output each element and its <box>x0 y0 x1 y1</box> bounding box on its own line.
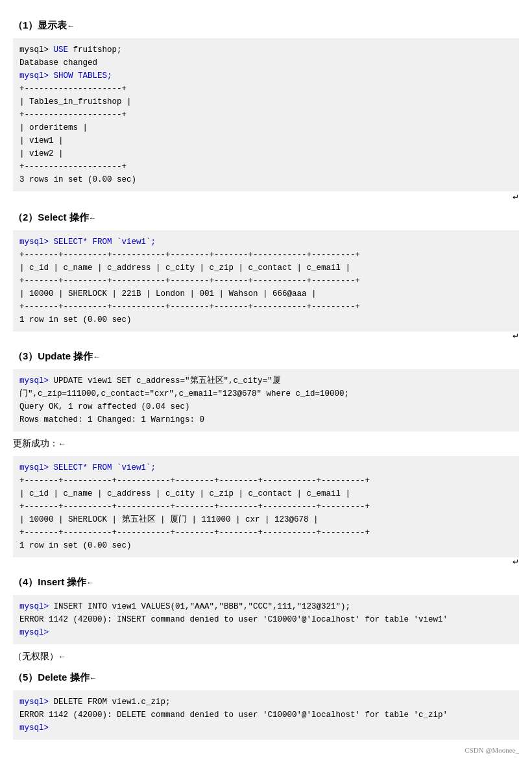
section-1-return-arrow: ↵ <box>13 193 519 202</box>
select-header: | c_id | c_name | c_address | c_city | c… <box>19 263 350 273</box>
section-1-prefix: （1） <box>13 19 38 30</box>
section-5-arrow: ← <box>90 674 97 683</box>
section-2-prefix: （2） <box>13 212 38 223</box>
select-border-top: +-------+---------+-----------+--------+… <box>19 250 360 260</box>
section-4-arrow: ← <box>86 578 94 587</box>
show-tables-code-block: mysql> USE fruitshop; Database changed m… <box>13 38 519 191</box>
result-line: 3 rows in set (0.00 sec) <box>19 175 136 184</box>
update-result-1: Query OK, 1 row affected (0.04 sec) <box>19 402 190 411</box>
select-border-bot: +-------+---------+-----------+--------+… <box>19 302 360 311</box>
section-show-tables: （1）显示表← mysql> USE fruitshop; Database c… <box>13 19 519 202</box>
select-code-block: mysql> SELECT* FROM `view1`; +-------+--… <box>13 230 519 332</box>
insert-no-permission-note: （无权限）← <box>13 651 519 662</box>
insert-command: mysql> INSERT INTO view1 VALUES(01,"AAA"… <box>19 602 350 611</box>
section-2-return-arrow: ↵ <box>13 332 519 341</box>
insert-prompt: mysql> <box>19 628 49 637</box>
table-row-1: | orderitems | <box>19 123 88 132</box>
insert-code-block: mysql> INSERT INTO view1 VALUES(01,"AAA"… <box>13 595 519 644</box>
watermark: CSDN @Moonee_ <box>13 746 519 754</box>
section-4-title: （4）Insert 操作← <box>13 576 519 589</box>
table-header: | Tables_in_fruitshop | <box>19 97 132 106</box>
section-5-title: （5）Delete 操作← <box>13 672 519 684</box>
section-1-arrow: ← <box>67 21 75 30</box>
section-insert: （4）Insert 操作← mysql> INSERT INTO view1 V… <box>13 576 519 662</box>
table-row-3: | view2 | <box>19 149 64 158</box>
update-select-border-top: +-------+----------+-----------+--------… <box>19 476 370 485</box>
table-border-top: +--------------------+ <box>19 84 127 93</box>
section-5-prefix: （5） <box>13 672 38 683</box>
section-3-prefix: （3） <box>13 350 38 361</box>
section-delete: （5）Delete 操作← mysql> DELETE FROM view1.c… <box>13 672 519 740</box>
code-line-1: mysql> USE fruitshop; <box>19 45 122 55</box>
delete-error: ERROR 1142 (42000): DELETE command denie… <box>19 710 448 720</box>
delete-prompt: mysql> <box>19 723 49 733</box>
section-3-return-arrow: ↵ <box>13 557 519 567</box>
section-3-bold: Update 操作 <box>38 350 93 361</box>
section-4-bold: Insert 操作 <box>38 576 86 587</box>
section-2-bold: Select 操作 <box>38 212 88 223</box>
section-2-arrow: ← <box>89 213 97 223</box>
update-select-border-bot: +-------+----------+-----------+--------… <box>19 528 370 537</box>
update-select-result: 1 row in set (0.00 sec) <box>19 541 132 550</box>
update-code-block: mysql> UPDATE view1 SET c_address="第五社区"… <box>13 369 519 431</box>
section-3-title: （3）Update 操作← <box>13 350 519 363</box>
update-select-code-block: mysql> SELECT* FROM `view1`; +-------+--… <box>13 456 519 557</box>
section-select: （2）Select 操作← mysql> SELECT* FROM `view1… <box>13 212 519 341</box>
insert-error: ERROR 1142 (42000): INSERT command denie… <box>19 615 448 624</box>
select-command: mysql> SELECT* FROM `view1`; <box>19 237 156 247</box>
section-2-title: （2）Select 操作← <box>13 212 519 224</box>
update-success-note: 更新成功：← <box>13 438 519 450</box>
select-row-1: | 10000 | SHERLOCK | 221B | London | 001… <box>19 289 317 298</box>
update-select-border-mid: +-------+----------+-----------+--------… <box>19 502 370 511</box>
code-line-2: Database changed <box>19 58 97 67</box>
section-3-arrow: ← <box>93 352 101 361</box>
table-border-mid: +--------------------+ <box>19 110 127 119</box>
update-select-cmd: mysql> SELECT* FROM `view1`; <box>19 463 156 472</box>
update-select-row-1: | 10000 | SHERLOCK | 第五社区 | 厦门 | 111000 … <box>19 515 319 524</box>
table-border-bot: +--------------------+ <box>19 162 127 171</box>
section-1-title: （1）显示表← <box>13 19 519 32</box>
update-command: mysql> UPDATE view1 SET c_address="第五社区"… <box>19 376 349 398</box>
code-line-3: mysql> SHOW TABLES; <box>19 71 112 80</box>
section-4-prefix: （4） <box>13 576 38 587</box>
select-result: 1 row in set (0.00 sec) <box>19 315 132 324</box>
delete-code-block: mysql> DELETE FROM view1.c_zip; ERROR 11… <box>13 690 519 740</box>
update-select-header: | c_id | c_name | c_address | c_city | c… <box>19 489 350 498</box>
table-row-2: | view1 | <box>19 136 64 145</box>
section-5-bold: Delete 操作 <box>38 672 89 683</box>
section-update: （3）Update 操作← mysql> UPDATE view1 SET c_… <box>13 350 519 567</box>
update-result-2: Rows matched: 1 Changed: 1 Warnings: 0 <box>19 415 204 424</box>
delete-command: mysql> DELETE FROM view1.c_zip; <box>19 698 171 707</box>
section-1-bold: 显示表 <box>38 19 67 30</box>
select-border-mid: +-------+---------+-----------+--------+… <box>19 276 360 285</box>
